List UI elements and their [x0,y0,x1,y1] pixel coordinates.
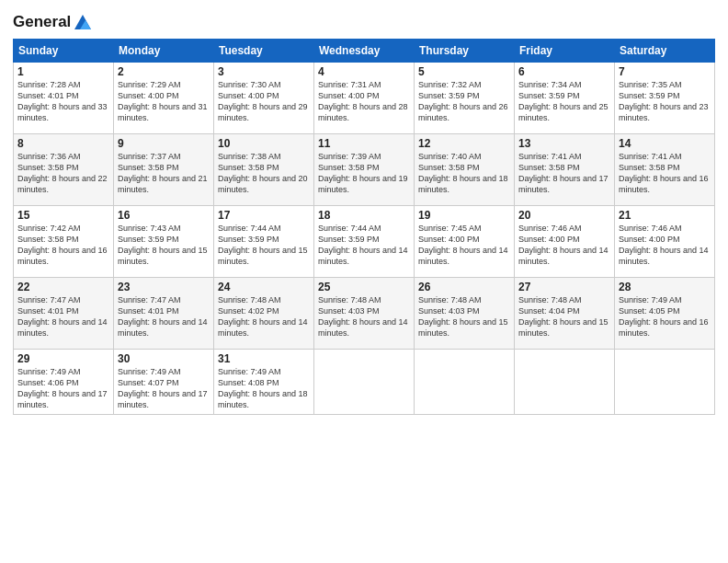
day-number: 27 [518,281,610,293]
day-info: Sunrise: 7:36 AMSunset: 3:58 PMDaylight:… [17,151,109,196]
day-info: Sunrise: 7:34 AMSunset: 3:59 PMDaylight:… [518,79,610,124]
day-info: Sunrise: 7:49 AMSunset: 4:05 PMDaylight:… [619,294,711,339]
calendar-cell: 16Sunrise: 7:43 AMSunset: 3:59 PMDayligh… [114,206,214,278]
day-number: 16 [118,209,210,222]
calendar-cell: 27Sunrise: 7:48 AMSunset: 4:04 PMDayligh… [515,278,615,350]
calendar-cell: 20Sunrise: 7:46 AMSunset: 4:00 PMDayligh… [515,206,615,278]
col-header-friday: Friday [515,40,615,63]
day-number: 15 [17,209,109,222]
day-number: 20 [518,209,610,222]
calendar-cell [615,350,715,415]
day-info: Sunrise: 7:48 AMSunset: 4:03 PMDaylight:… [418,294,510,339]
day-info: Sunrise: 7:44 AMSunset: 3:59 PMDaylight:… [218,223,310,268]
day-info: Sunrise: 7:49 AMSunset: 4:07 PMDaylight:… [118,366,210,411]
col-header-tuesday: Tuesday [214,40,314,63]
calendar-cell: 24Sunrise: 7:48 AMSunset: 4:02 PMDayligh… [214,278,314,350]
calendar-cell: 6Sunrise: 7:34 AMSunset: 3:59 PMDaylight… [515,63,615,134]
day-number: 25 [318,281,410,293]
day-number: 14 [619,137,711,150]
calendar-cell: 10Sunrise: 7:38 AMSunset: 3:58 PMDayligh… [214,134,314,206]
day-info: Sunrise: 7:30 AMSunset: 4:00 PMDaylight:… [218,79,310,124]
calendar-cell: 1Sunrise: 7:28 AMSunset: 4:01 PMDaylight… [14,63,114,134]
day-info: Sunrise: 7:46 AMSunset: 4:00 PMDaylight:… [518,223,610,268]
calendar-cell: 13Sunrise: 7:41 AMSunset: 3:58 PMDayligh… [515,134,615,206]
day-number: 6 [518,65,610,78]
day-number: 30 [118,352,210,365]
col-header-monday: Monday [114,40,214,63]
day-info: Sunrise: 7:35 AMSunset: 3:59 PMDaylight:… [619,79,711,124]
day-number: 10 [218,137,310,150]
calendar-cell: 31Sunrise: 7:49 AMSunset: 4:08 PMDayligh… [214,350,314,415]
calendar-cell: 23Sunrise: 7:47 AMSunset: 4:01 PMDayligh… [114,278,214,350]
day-number: 18 [318,209,410,222]
day-number: 17 [218,209,310,222]
day-info: Sunrise: 7:32 AMSunset: 3:59 PMDaylight:… [418,79,510,124]
logo: General [13,13,93,33]
calendar-cell: 9Sunrise: 7:37 AMSunset: 3:58 PMDaylight… [114,134,214,206]
calendar-cell: 28Sunrise: 7:49 AMSunset: 4:05 PMDayligh… [615,278,715,350]
day-info: Sunrise: 7:49 AMSunset: 4:06 PMDaylight:… [17,366,109,411]
calendar-cell: 5Sunrise: 7:32 AMSunset: 3:59 PMDaylight… [415,63,515,134]
day-info: Sunrise: 7:28 AMSunset: 4:01 PMDaylight:… [17,79,109,124]
calendar-cell: 12Sunrise: 7:40 AMSunset: 3:58 PMDayligh… [415,134,515,206]
day-number: 11 [318,137,410,150]
day-info: Sunrise: 7:38 AMSunset: 3:58 PMDaylight:… [218,151,310,196]
header: General [13,9,715,33]
col-header-thursday: Thursday [415,40,515,63]
day-info: Sunrise: 7:39 AMSunset: 3:58 PMDaylight:… [318,151,410,196]
day-info: Sunrise: 7:41 AMSunset: 3:58 PMDaylight:… [619,151,711,196]
day-info: Sunrise: 7:41 AMSunset: 3:58 PMDaylight:… [518,151,610,196]
day-number: 31 [218,352,310,365]
day-number: 1 [17,65,109,78]
day-info: Sunrise: 7:48 AMSunset: 4:03 PMDaylight:… [318,294,410,339]
day-number: 7 [619,65,711,78]
day-number: 21 [619,209,711,222]
calendar-cell: 4Sunrise: 7:31 AMSunset: 4:00 PMDaylight… [314,63,415,134]
day-info: Sunrise: 7:49 AMSunset: 4:08 PMDaylight:… [218,366,310,411]
page-container: General SundayMondayTuesdayWednesdayThur… [0,0,728,420]
calendar-table: SundayMondayTuesdayWednesdayThursdayFrid… [13,39,715,415]
day-info: Sunrise: 7:44 AMSunset: 3:59 PMDaylight:… [318,223,410,268]
day-info: Sunrise: 7:48 AMSunset: 4:04 PMDaylight:… [518,294,610,339]
calendar-cell: 7Sunrise: 7:35 AMSunset: 3:59 PMDaylight… [615,63,715,134]
day-number: 22 [17,281,109,293]
calendar-cell [515,350,615,415]
day-number: 12 [418,137,510,150]
day-number: 4 [318,65,410,78]
day-number: 23 [118,281,210,293]
day-info: Sunrise: 7:43 AMSunset: 3:59 PMDaylight:… [118,223,210,268]
day-info: Sunrise: 7:46 AMSunset: 4:00 PMDaylight:… [619,223,711,268]
calendar-cell: 8Sunrise: 7:36 AMSunset: 3:58 PMDaylight… [14,134,114,206]
day-number: 8 [17,137,109,150]
day-number: 26 [418,281,510,293]
day-number: 29 [17,352,109,365]
day-number: 19 [418,209,510,222]
calendar-cell: 14Sunrise: 7:41 AMSunset: 3:58 PMDayligh… [615,134,715,206]
day-number: 24 [218,281,310,293]
calendar-cell: 11Sunrise: 7:39 AMSunset: 3:58 PMDayligh… [314,134,415,206]
calendar-cell: 2Sunrise: 7:29 AMSunset: 4:00 PMDaylight… [114,63,214,134]
calendar-cell: 21Sunrise: 7:46 AMSunset: 4:00 PMDayligh… [615,206,715,278]
calendar-cell: 25Sunrise: 7:48 AMSunset: 4:03 PMDayligh… [314,278,415,350]
day-info: Sunrise: 7:42 AMSunset: 3:58 PMDaylight:… [17,223,109,268]
calendar-cell [314,350,415,415]
calendar-cell: 18Sunrise: 7:44 AMSunset: 3:59 PMDayligh… [314,206,415,278]
calendar-cell: 30Sunrise: 7:49 AMSunset: 4:07 PMDayligh… [114,350,214,415]
calendar-cell: 29Sunrise: 7:49 AMSunset: 4:06 PMDayligh… [14,350,114,415]
day-number: 3 [218,65,310,78]
day-info: Sunrise: 7:48 AMSunset: 4:02 PMDaylight:… [218,294,310,339]
day-number: 2 [118,65,210,78]
day-info: Sunrise: 7:45 AMSunset: 4:00 PMDaylight:… [418,223,510,268]
calendar-cell: 19Sunrise: 7:45 AMSunset: 4:00 PMDayligh… [415,206,515,278]
day-info: Sunrise: 7:31 AMSunset: 4:00 PMDaylight:… [318,79,410,124]
day-number: 13 [518,137,610,150]
col-header-saturday: Saturday [615,40,715,63]
day-number: 28 [619,281,711,293]
day-number: 5 [418,65,510,78]
calendar-cell: 22Sunrise: 7:47 AMSunset: 4:01 PMDayligh… [14,278,114,350]
col-header-sunday: Sunday [14,40,114,63]
calendar-cell: 15Sunrise: 7:42 AMSunset: 3:58 PMDayligh… [14,206,114,278]
day-info: Sunrise: 7:37 AMSunset: 3:58 PMDaylight:… [118,151,210,196]
calendar-cell [415,350,515,415]
calendar-cell: 3Sunrise: 7:30 AMSunset: 4:00 PMDaylight… [214,63,314,134]
